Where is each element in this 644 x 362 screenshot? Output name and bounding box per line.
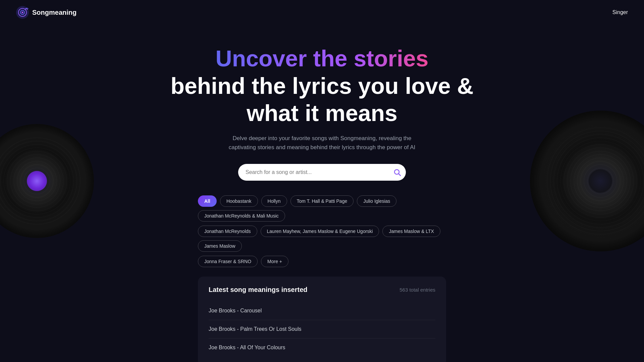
filter-lauren[interactable]: Lauren Mayhew, James Maslow & Eugene Ugo… <box>261 226 379 237</box>
filter-james-ltx[interactable]: James Maslow & LTX <box>382 226 440 237</box>
filter-all[interactable]: All <box>198 195 217 207</box>
total-entries: 563 total entries <box>399 287 435 293</box>
hero-headline-white: behind the lyrics you love & what it mea… <box>170 72 473 127</box>
filter-tom-hall[interactable]: Tom T. Hall & Patti Page <box>290 195 354 207</box>
search-icon <box>393 168 401 176</box>
filter-row-1: All Hoobastank Hollyn Tom T. Hall & Patt… <box>198 195 446 222</box>
filter-section: All Hoobastank Hollyn Tom T. Hall & Patt… <box>198 195 446 267</box>
filter-jonna[interactable]: Jonna Fraser & SRNO <box>198 256 258 267</box>
song-entry-2[interactable]: Joe Brooks - Palm Trees Or Lost Souls <box>209 320 435 339</box>
main-content: Uncover the stories behind the lyrics yo… <box>0 25 644 362</box>
filter-julio[interactable]: Julio Iglesias <box>357 195 396 207</box>
song-list-section: Latest song meanings inserted 563 total … <box>198 277 446 362</box>
logo-icon <box>16 6 29 19</box>
search-input[interactable] <box>238 164 406 181</box>
song-list-header: Latest song meanings inserted 563 total … <box>209 286 435 294</box>
svg-point-3 <box>22 12 23 13</box>
song-entry-1[interactable]: Joe Brooks - Carousel <box>209 302 435 320</box>
filter-row-3: Jonna Fraser & SRNO More + <box>198 256 288 267</box>
nav-singer-link[interactable]: Singer <box>612 9 628 15</box>
hero-headline-gradient: Uncover the stories <box>216 45 429 72</box>
filter-jonathan[interactable]: Jonathan McReynolds <box>198 226 257 237</box>
search-bar-container <box>238 164 406 181</box>
navbar: Songmeaning Singer <box>0 0 644 25</box>
hero-subheadline: Delve deeper into your favorite songs wi… <box>228 134 416 152</box>
search-button[interactable] <box>393 168 401 176</box>
logo[interactable]: Songmeaning <box>16 6 76 19</box>
svg-line-5 <box>399 174 401 176</box>
filter-james[interactable]: James Maslow <box>198 240 242 252</box>
logo-text: Songmeaning <box>32 9 76 16</box>
filter-hoobastank[interactable]: Hoobastank <box>220 195 258 207</box>
song-list-title: Latest song meanings inserted <box>209 286 308 294</box>
song-entry-3[interactable]: Joe Brooks - All Of Your Colours <box>209 339 435 357</box>
filter-hollyn[interactable]: Hollyn <box>261 195 287 207</box>
filter-row-2: Jonathan McReynolds Lauren Mayhew, James… <box>198 226 446 252</box>
filter-jonathan-mali[interactable]: Jonathan McReynolds & Mali Music <box>198 210 285 222</box>
filter-more[interactable]: More + <box>261 256 288 267</box>
